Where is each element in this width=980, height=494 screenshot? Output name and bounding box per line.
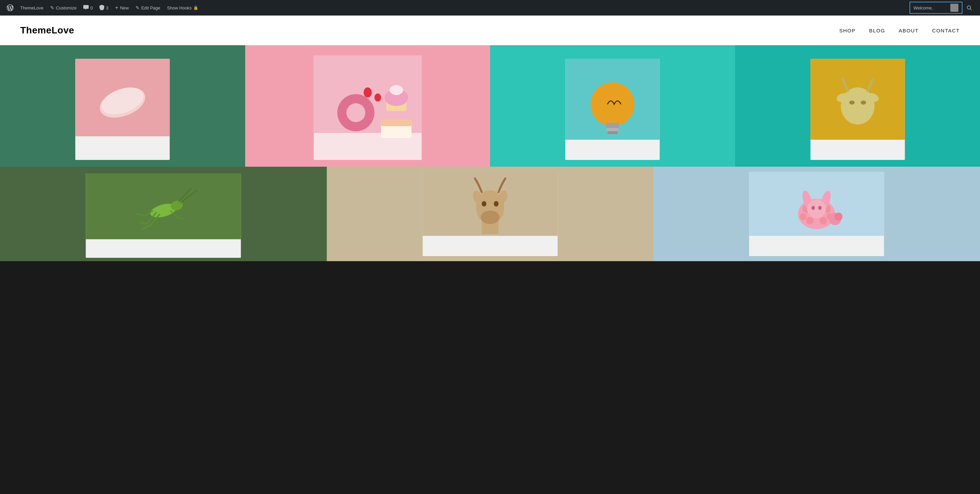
- user-avatar: [950, 4, 958, 12]
- wp-logo[interactable]: [3, 0, 17, 16]
- svg-line-1: [970, 9, 972, 10]
- svg-point-28: [849, 100, 854, 105]
- comments-count: 0: [91, 5, 93, 10]
- admin-bar: ThemeLove ✎ Customize 0 3 + New ✎ Edit P…: [0, 0, 980, 16]
- svg-rect-22: [607, 131, 617, 134]
- edit-page-icon: ✎: [135, 5, 140, 10]
- gallery-item-2[interactable]: [245, 45, 490, 167]
- nav-about[interactable]: ABOUT: [899, 28, 919, 33]
- svg-point-49: [800, 213, 807, 220]
- admin-bar-right: Welcome,: [910, 2, 975, 14]
- customize-label: Customize: [56, 5, 76, 10]
- svg-point-29: [861, 100, 866, 105]
- new-icon: +: [115, 5, 118, 11]
- welcome-text: Welcome,: [913, 5, 933, 10]
- svg-point-19: [590, 82, 634, 126]
- svg-point-16: [374, 94, 381, 102]
- svg-rect-14: [381, 120, 411, 126]
- svg-rect-21: [606, 128, 619, 131]
- admin-edit-page[interactable]: ✎ Edit Page: [132, 0, 164, 16]
- svg-point-12: [390, 85, 403, 95]
- site-wrapper: ThemeLove SHOP BLOG ABOUT CONTACT: [0, 16, 980, 261]
- gallery-row2: [0, 167, 980, 261]
- svg-point-52: [820, 217, 827, 225]
- gallery-item-3[interactable]: [490, 45, 735, 167]
- gallery-item-6[interactable]: [327, 167, 654, 261]
- svg-point-39: [482, 201, 486, 207]
- new-label: New: [120, 5, 129, 10]
- site-nav: SHOP BLOG ABOUT CONTACT: [839, 28, 960, 33]
- username-text: [935, 5, 948, 10]
- gallery-item-7[interactable]: [653, 167, 980, 261]
- gallery-item-4[interactable]: [735, 45, 980, 167]
- admin-show-hooks[interactable]: Show Hooks 🔒: [164, 0, 202, 16]
- welcome-user-box[interactable]: Welcome,: [910, 2, 963, 14]
- svg-point-25: [841, 88, 875, 124]
- security-icon: [100, 5, 104, 11]
- site-header: ThemeLove SHOP BLOG ABOUT CONTACT: [0, 16, 980, 45]
- admin-search-button[interactable]: [964, 5, 975, 10]
- svg-point-9: [346, 103, 365, 122]
- admin-site-name[interactable]: ThemeLove: [17, 0, 47, 16]
- svg-point-15: [364, 88, 372, 97]
- nav-shop[interactable]: SHOP: [839, 28, 856, 33]
- security-count: 3: [106, 5, 108, 10]
- svg-point-57: [818, 206, 822, 210]
- svg-point-38: [480, 210, 500, 224]
- svg-point-40: [494, 201, 498, 207]
- nav-blog[interactable]: BLOG: [869, 28, 885, 33]
- gallery-item-5[interactable]: [0, 167, 327, 261]
- comments-icon: [83, 5, 89, 11]
- site-logo[interactable]: ThemeLove: [20, 25, 74, 36]
- nav-contact[interactable]: CONTACT: [932, 28, 960, 33]
- svg-point-56: [812, 206, 815, 210]
- admin-comments[interactable]: 0: [80, 0, 96, 16]
- gallery: [0, 45, 980, 261]
- admin-security[interactable]: 3: [96, 0, 111, 16]
- admin-new[interactable]: + New: [112, 0, 132, 16]
- site-name-label: ThemeLove: [20, 5, 43, 10]
- admin-customize[interactable]: ✎ Customize: [47, 0, 80, 16]
- svg-point-51: [806, 217, 814, 225]
- svg-point-59: [835, 213, 843, 221]
- gallery-item-1[interactable]: [0, 45, 245, 167]
- svg-point-0: [967, 6, 970, 9]
- show-hooks-label: Show Hooks: [167, 5, 191, 10]
- customize-icon: ✎: [50, 5, 54, 10]
- edit-page-label: Edit Page: [141, 5, 160, 10]
- svg-rect-20: [606, 123, 619, 128]
- lock-icon: 🔒: [193, 5, 198, 10]
- svg-point-55: [807, 199, 826, 218]
